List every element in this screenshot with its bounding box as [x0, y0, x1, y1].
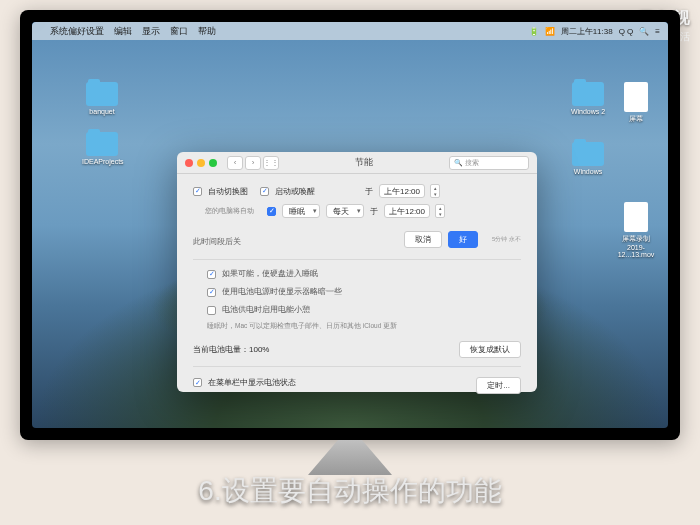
- opt1-label: 如果可能，使硬盘进入睡眠: [222, 268, 318, 280]
- search-input[interactable]: 🔍搜索: [449, 156, 529, 170]
- slider-ticks: 5分钟 永不: [492, 235, 521, 244]
- folder-icon: [572, 82, 604, 106]
- desktop-folder[interactable]: banquet: [82, 82, 122, 115]
- spotlight-icon[interactable]: 🔍: [639, 27, 649, 36]
- time-input-1[interactable]: 上午12:00: [379, 184, 425, 198]
- schedule-button[interactable]: 定时...: [476, 377, 521, 394]
- desktop-file[interactable]: 屏幕: [616, 82, 656, 124]
- menu-edit[interactable]: 编辑: [114, 25, 132, 38]
- opt2-label: 使用电池电源时使显示器略暗一些: [222, 286, 342, 298]
- file-icon: [624, 82, 648, 112]
- delay-label: 此时间段后关: [193, 236, 241, 247]
- grid-button[interactable]: ⋮⋮: [263, 156, 279, 170]
- at-label-1: 于: [365, 186, 373, 197]
- window-title: 节能: [283, 156, 445, 169]
- battery-icon[interactable]: 🔋: [529, 27, 539, 36]
- desktop-folder[interactable]: IDEAProjects: [82, 132, 122, 165]
- menubar-right: 🔋 📶 周二上午11:38 Q Q 🔍 ≡: [529, 26, 660, 37]
- time-input-2[interactable]: 上午12:00: [384, 204, 430, 218]
- cancel-button[interactable]: 取消: [404, 231, 442, 248]
- time-stepper-1[interactable]: ▴▾: [430, 184, 440, 198]
- close-icon[interactable]: [185, 159, 193, 167]
- menu-help[interactable]: 帮助: [198, 25, 216, 38]
- menu-window[interactable]: 窗口: [170, 25, 188, 38]
- clock[interactable]: 周二上午11:38: [561, 26, 613, 37]
- window-titlebar: ‹ › ⋮⋮ 节能 🔍搜索: [177, 152, 537, 174]
- desktop-file[interactable]: 屏幕录制 2019-12...13.mov: [616, 202, 656, 258]
- sleep-checkbox[interactable]: [267, 207, 276, 216]
- freq-select-2[interactable]: 每天: [326, 204, 364, 218]
- minimize-icon[interactable]: [197, 159, 205, 167]
- forward-button[interactable]: ›: [245, 156, 261, 170]
- energy-saver-window: ‹ › ⋮⋮ 节能 🔍搜索 自动切换图 启动或唤醒 每天 于 上午12:00 ▴…: [177, 152, 537, 392]
- startup-wake-label: 启动或唤醒: [275, 186, 315, 197]
- folder-icon: [86, 132, 118, 156]
- opt2-checkbox[interactable]: [207, 288, 216, 297]
- menu-view[interactable]: 显示: [142, 25, 160, 38]
- divider: [193, 366, 521, 367]
- folder-icon: [572, 142, 604, 166]
- window-content: 自动切换图 启动或唤醒 每天 于 上午12:00 ▴▾ 您的电脑将自动 睡眠 每…: [177, 174, 537, 404]
- opt1-checkbox[interactable]: [207, 270, 216, 279]
- user-menu[interactable]: Q Q: [619, 27, 634, 36]
- time-stepper-2[interactable]: ▴▾: [435, 204, 445, 218]
- desktop-screen: 系统偏好设置 编辑 显示 窗口 帮助 🔋 📶 周二上午11:38 Q Q 🔍 ≡…: [32, 22, 668, 428]
- zoom-icon[interactable]: [209, 159, 217, 167]
- video-subtitle: 6.设置要自动操作的功能: [0, 472, 700, 510]
- siri-icon[interactable]: ≡: [655, 27, 660, 36]
- divider: [193, 259, 521, 260]
- opt3-label: 电池供电时启用电能小憩: [222, 304, 310, 316]
- wifi-icon[interactable]: 📶: [545, 27, 555, 36]
- folder-icon: [86, 82, 118, 106]
- auto-switch-label: 自动切换图: [208, 186, 248, 197]
- battery-level: 当前电池电量：100%: [193, 344, 269, 355]
- options-note: 睡眠时，Mac 可以定期检查电子邮件、日历和其他 iCloud 更新: [207, 322, 521, 331]
- menu-app[interactable]: 系统偏好设置: [50, 25, 104, 38]
- menubar: 系统偏好设置 编辑 显示 窗口 帮助 🔋 📶 周二上午11:38 Q Q 🔍 ≡: [32, 22, 668, 40]
- desktop-folder[interactable]: Windows 2: [568, 82, 608, 115]
- startup-wake-checkbox[interactable]: [260, 187, 269, 196]
- sleep-select[interactable]: 睡眠: [282, 204, 320, 218]
- restore-defaults-button[interactable]: 恢复成默认: [459, 341, 521, 358]
- back-button[interactable]: ‹: [227, 156, 243, 170]
- desktop-folder[interactable]: Windows: [568, 142, 608, 175]
- search-icon: 🔍: [454, 159, 463, 167]
- auto-switch-checkbox[interactable]: [193, 187, 202, 196]
- show-status-checkbox[interactable]: [193, 378, 202, 387]
- at-label-2: 于: [370, 206, 378, 217]
- nav-buttons: ‹ › ⋮⋮: [227, 156, 279, 170]
- opt3-checkbox[interactable]: [207, 306, 216, 315]
- monitor-frame: 系统偏好设置 编辑 显示 窗口 帮助 🔋 📶 周二上午11:38 Q Q 🔍 ≡…: [20, 10, 680, 440]
- monitor-stand: [290, 440, 410, 475]
- file-icon: [624, 202, 648, 232]
- show-status-label: 在菜单栏中显示电池状态: [208, 377, 296, 388]
- auto-switch-note: 您的电脑将自动: [205, 206, 261, 216]
- ok-button[interactable]: 好: [448, 231, 478, 248]
- options-list: 如果可能，使硬盘进入睡眠 使用电池电源时使显示器略暗一些 电池供电时启用电能小憩: [207, 268, 521, 316]
